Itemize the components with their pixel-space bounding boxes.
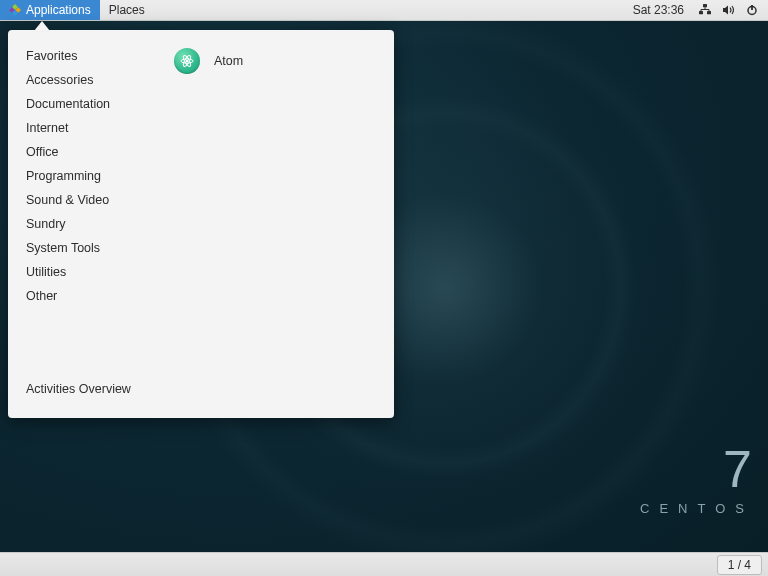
centos-logo-icon: [9, 4, 21, 16]
menu-arrow: [34, 21, 50, 31]
menu-apps-pane: Atom: [158, 30, 394, 418]
workspace-switcher[interactable]: 1 / 4: [717, 555, 762, 575]
category-accessories[interactable]: Accessories: [8, 68, 158, 92]
applications-menu-popup: Favorites Accessories Documentation Inte…: [8, 30, 394, 418]
menu-categories-pane: Favorites Accessories Documentation Inte…: [8, 30, 158, 418]
category-system-tools[interactable]: System Tools: [8, 236, 158, 260]
places-menu-button[interactable]: Places: [100, 0, 154, 20]
power-icon[interactable]: [746, 4, 758, 16]
category-sundry[interactable]: Sundry: [8, 212, 158, 236]
category-programming[interactable]: Programming: [8, 164, 158, 188]
svg-rect-4: [703, 4, 707, 7]
distro-branding: 7 CENTOS: [640, 443, 754, 516]
activities-overview-button[interactable]: Activities Overview: [8, 377, 158, 408]
category-internet[interactable]: Internet: [8, 116, 158, 140]
atom-icon: [174, 48, 200, 74]
top-panel: Applications Places Sat 23:36: [0, 0, 768, 21]
category-utilities[interactable]: Utilities: [8, 260, 158, 284]
category-favorites[interactable]: Favorites: [8, 44, 158, 68]
svg-point-9: [186, 60, 189, 63]
distro-version: 7: [640, 443, 754, 495]
bottom-panel: 1 / 4: [0, 552, 768, 576]
svg-rect-6: [707, 11, 711, 14]
app-item-label: Atom: [214, 54, 243, 68]
clock[interactable]: Sat 23:36: [624, 0, 688, 20]
network-icon[interactable]: [698, 4, 712, 16]
svg-rect-5: [699, 11, 703, 14]
category-documentation[interactable]: Documentation: [8, 92, 158, 116]
category-sound-video[interactable]: Sound & Video: [8, 188, 158, 212]
category-other[interactable]: Other: [8, 284, 158, 308]
places-menu-label: Places: [109, 3, 145, 17]
app-item-atom[interactable]: Atom: [166, 42, 386, 80]
volume-icon[interactable]: [722, 4, 736, 16]
category-office[interactable]: Office: [8, 140, 158, 164]
applications-menu-label: Applications: [26, 3, 91, 17]
system-tray: [688, 0, 768, 20]
distro-name: CENTOS: [640, 501, 754, 516]
workspace-indicator: 1 / 4: [728, 558, 751, 572]
clock-text: Sat 23:36: [633, 3, 684, 17]
applications-menu-button[interactable]: Applications: [0, 0, 100, 20]
menu-categories-list: Favorites Accessories Documentation Inte…: [8, 44, 158, 377]
